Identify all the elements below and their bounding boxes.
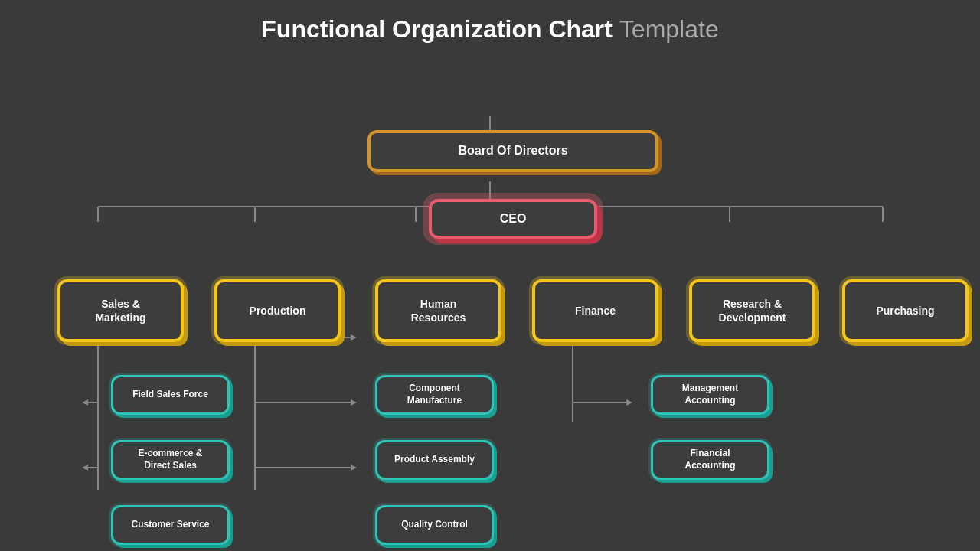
ceo-label: CEO <box>500 211 527 227</box>
field-sales-label: Field Sales Force <box>132 389 208 401</box>
ecommerce-label: E-commerce &Direct Sales <box>138 448 202 471</box>
node-board-of-directors: Board Of Directors <box>368 130 658 172</box>
node-research-development: Research &Development <box>689 279 815 342</box>
mgmt-accounting-label: ManagementAccounting <box>682 383 738 406</box>
svg-marker-20 <box>351 399 357 406</box>
sales-label: Sales &Marketing <box>95 297 145 324</box>
node-finance: Finance <box>532 279 658 342</box>
customer-service-label: Customer Service <box>131 519 209 531</box>
purchasing-label: Purchasing <box>876 304 934 318</box>
node-product-assembly: Product Assembly <box>375 440 494 480</box>
product-assembly-label: Product Assembly <box>394 454 475 466</box>
node-sales-marketing: Sales &Marketing <box>57 279 184 342</box>
node-ceo: CEO <box>429 199 597 239</box>
page-title: Functional Organization Chart Template <box>23 15 957 44</box>
production-label: Production <box>250 304 306 318</box>
node-purchasing: Purchasing <box>842 279 969 342</box>
node-ecommerce-direct-sales: E-commerce &Direct Sales <box>111 440 230 480</box>
node-production: Production <box>214 279 341 342</box>
node-field-sales-force: Field Sales Force <box>111 375 230 415</box>
node-customer-service: Customer Service <box>111 505 230 545</box>
component-label: ComponentManufacture <box>407 383 462 406</box>
board-label: Board Of Directors <box>458 143 567 159</box>
svg-marker-22 <box>351 465 357 471</box>
svg-marker-13 <box>82 399 88 406</box>
node-management-accounting: ManagementAccounting <box>651 375 769 415</box>
quality-control-label: Quality Control <box>401 519 468 531</box>
rd-label: Research &Development <box>719 297 786 324</box>
financial-accounting-label: FinancialAccounting <box>685 448 736 471</box>
node-human-resources: HumanResources <box>375 279 501 342</box>
hr-label: HumanResources <box>411 297 466 324</box>
node-component-manufacture: ComponentManufacture <box>375 375 494 415</box>
title-template: Template <box>619 15 719 43</box>
svg-marker-27 <box>626 399 632 406</box>
svg-marker-15 <box>82 465 88 471</box>
svg-marker-18 <box>351 334 357 341</box>
finance-label: Finance <box>575 304 616 318</box>
title-main: Functional Organization Chart <box>261 15 619 43</box>
node-financial-accounting: FinancialAccounting <box>651 440 769 480</box>
node-quality-control: Quality Control <box>375 505 494 545</box>
page: Functional Organization Chart Template <box>0 0 980 551</box>
